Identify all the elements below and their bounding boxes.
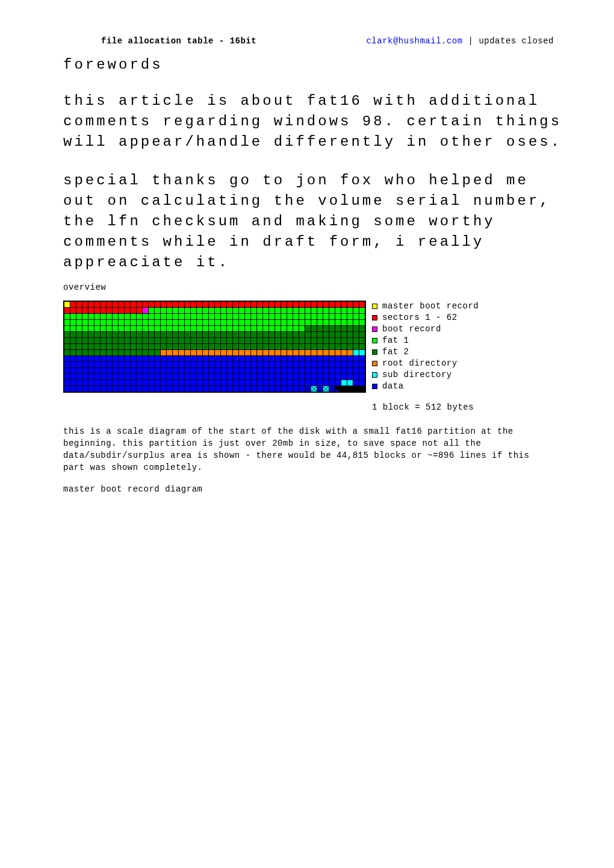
legend-label: boot record [382, 323, 441, 335]
mbr-diagram-heading: master boot record diagram [0, 484, 614, 494]
legend-swatch [372, 384, 377, 389]
updates-status: updates closed [479, 36, 554, 46]
legend-label: root directory [382, 358, 457, 369]
legend-note: 1 block = 512 bytes [372, 402, 479, 413]
forewords-paragraph-2: special thanks go to jon fox who helped … [0, 170, 614, 273]
legend-item: boot record [372, 323, 479, 335]
legend-swatch [372, 326, 377, 332]
legend-label: sub directory [382, 369, 452, 381]
legend-swatch [372, 338, 377, 343]
legend-item: sectors 1 - 62 [372, 312, 479, 323]
legend-label: sectors 1 - 62 [382, 312, 457, 323]
legend-swatch [372, 361, 377, 366]
forewords-paragraph-1: this article is about fat16 with additio… [0, 91, 614, 152]
document-root: file allocation table - 16bit clark@hush… [0, 0, 614, 494]
overview-caption: this is a scale diagram of the start of … [0, 425, 614, 473]
legend-label: fat 2 [382, 346, 409, 358]
legend-label: data [382, 381, 404, 392]
legend-item: master boot record [372, 301, 479, 312]
legend-label: master boot record [382, 301, 479, 312]
contact-email[interactable]: clark@hushmail.com [366, 36, 462, 46]
legend-swatch [372, 372, 377, 378]
legend-swatch [372, 349, 377, 355]
legend-item: fat 2 [372, 346, 479, 358]
header-meta: clark@hushmail.com | updates closed [342, 36, 554, 46]
overview-heading: overview [0, 283, 614, 292]
legend-swatch [372, 315, 377, 320]
page-header: file allocation table - 16bit clark@hush… [0, 36, 614, 46]
legend-item: root directory [372, 358, 479, 369]
diagram-legend: master boot recordsectors 1 - 62boot rec… [372, 301, 479, 413]
disk-layout-diagram [63, 301, 366, 393]
legend-item: data [372, 381, 479, 392]
legend-swatch [372, 304, 377, 309]
legend-label: fat 1 [382, 335, 409, 346]
overview-diagram-area: master boot recordsectors 1 - 62boot rec… [0, 301, 614, 413]
separator: | [463, 36, 479, 46]
page-title: file allocation table - 16bit [101, 36, 256, 46]
forewords-heading: forewords [0, 57, 614, 73]
legend-item: sub directory [372, 369, 479, 381]
legend-item: fat 1 [372, 335, 479, 346]
